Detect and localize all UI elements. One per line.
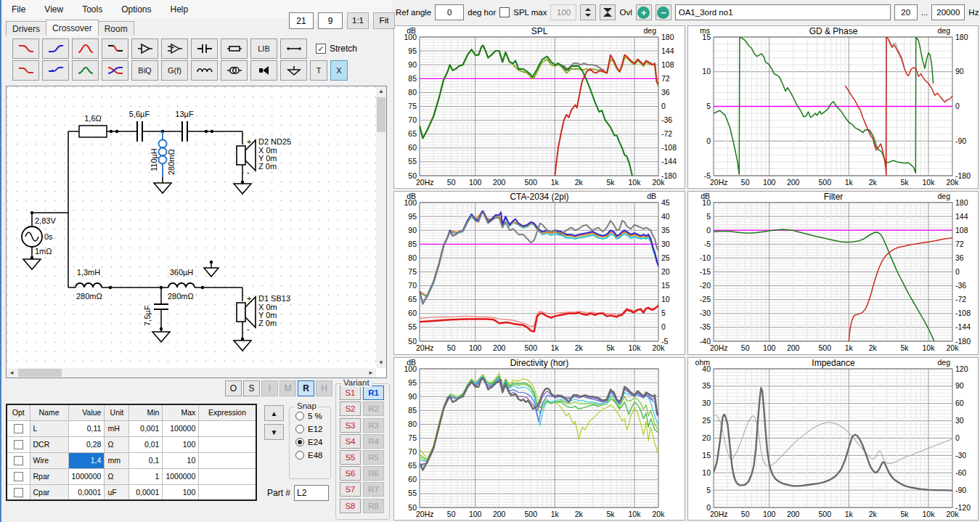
scroll-up-icon[interactable]: ▲ — [376, 86, 386, 97]
radio-icon[interactable] — [295, 425, 304, 433]
toolbar-button-t[interactable]: T — [310, 60, 327, 81]
scroll-right-icon[interactable]: ► — [366, 368, 376, 378]
min-cell[interactable]: 0,1 — [129, 452, 163, 468]
toolbar-button-crossover-curves[interactable] — [102, 60, 128, 81]
max-cell[interactable]: 100000 — [163, 420, 199, 436]
toolbar-button-x[interactable]: X — [330, 60, 348, 81]
snap-option-E48[interactable]: E48 — [295, 451, 330, 460]
toolbar-button-transformer[interactable] — [221, 60, 248, 81]
overlay-add-button[interactable]: + — [636, 4, 652, 20]
zoom-fit-button[interactable]: Fit — [373, 12, 395, 29]
scroll-left-icon[interactable]: ◄ — [7, 368, 17, 378]
min-cell[interactable]: 0,001 — [129, 420, 163, 436]
toolbar-button-speaker[interactable] — [250, 60, 277, 81]
max-cell[interactable]: 100 — [163, 436, 199, 452]
part-mode-r[interactable]: R — [298, 380, 314, 396]
expression-cell[interactable] — [199, 436, 256, 452]
variant-s5-button[interactable]: S5 — [340, 450, 361, 465]
stretch-checkbox[interactable]: ✓ — [316, 44, 326, 54]
part-mode-o[interactable]: O — [225, 380, 242, 396]
opt-checkbox[interactable] — [14, 472, 23, 481]
scrollbar-thumb[interactable] — [377, 97, 385, 132]
toolbar-button-peak-curve[interactable] — [72, 60, 99, 81]
overlay-remove-button[interactable]: − — [656, 4, 671, 20]
variant-r1-button[interactable]: R1 — [363, 386, 384, 400]
value-cell[interactable]: 0,28 — [68, 436, 105, 452]
schematic-canvas[interactable]: 1,6Ω 5,6µF 13µF — [7, 86, 376, 368]
toolbar-button-lowshelf-curve[interactable] — [12, 60, 39, 81]
max-cell[interactable]: 1000000 — [163, 468, 199, 484]
toolbar-button-bandpass-curve[interactable] — [72, 38, 99, 59]
opt-checkbox[interactable] — [14, 456, 23, 465]
canvas-height-input[interactable] — [318, 12, 343, 29]
toolbar-button-lowpass-curve[interactable] — [12, 38, 39, 59]
toolbar-button-lib[interactable]: LIB — [250, 38, 277, 59]
max-cell[interactable]: 100 — [163, 484, 199, 500]
voltage-source[interactable] — [22, 227, 42, 247]
opt-checkbox[interactable] — [14, 440, 23, 449]
radio-icon[interactable] — [295, 412, 304, 420]
value-cell[interactable]: 0,0001 — [68, 484, 105, 500]
toolbar-button-capacitor[interactable] — [191, 38, 218, 59]
part-mode-s[interactable]: S — [243, 380, 260, 396]
spl-max-checkbox[interactable] — [499, 7, 510, 17]
menu-item-view[interactable]: View — [44, 4, 63, 15]
freq-min-input[interactable] — [894, 4, 918, 20]
variant-s3-button[interactable]: S3 — [340, 418, 361, 433]
collapse-range-button[interactable] — [600, 4, 616, 20]
toolbar-button-amplifier[interactable] — [131, 38, 158, 59]
menu-item-help[interactable]: Help — [171, 4, 189, 15]
scrollbar-thumb[interactable] — [18, 369, 62, 377]
toolbar-button-ground[interactable] — [280, 60, 307, 81]
spl-max-spinner[interactable] — [580, 4, 596, 20]
freq-max-input[interactable] — [931, 4, 965, 20]
value-up-button[interactable]: ▲ — [264, 405, 284, 421]
toolbar-button-shelf-curve[interactable] — [102, 38, 128, 59]
snap-option-E12[interactable]: E12 — [295, 425, 330, 433]
menu-item-options[interactable]: Options — [121, 4, 151, 15]
expression-cell[interactable] — [199, 484, 256, 500]
expression-cell[interactable] — [199, 468, 256, 484]
value-cell[interactable]: 1000000 — [68, 468, 105, 484]
toolbar-button-resistor[interactable] — [221, 38, 248, 59]
zoom-1to1-button[interactable]: 1:1 — [347, 12, 369, 29]
menu-item-tools[interactable]: Tools — [82, 4, 102, 15]
variant-s7-button[interactable]: S7 — [340, 482, 361, 497]
value-down-button[interactable]: ▼ — [264, 424, 284, 440]
tab-room[interactable]: Room — [98, 21, 134, 36]
tab-crossover[interactable]: Crossover — [46, 20, 99, 36]
part-number-input[interactable] — [294, 485, 329, 501]
schematic-vertical-scrollbar[interactable]: ▲ ▼ — [376, 86, 386, 368]
toolbar-button-wire[interactable] — [280, 38, 307, 59]
variant-s6-button[interactable]: S6 — [340, 466, 361, 481]
value-cell[interactable]: 1,4 — [68, 452, 105, 468]
opt-checkbox[interactable] — [14, 424, 23, 433]
radio-icon[interactable] — [295, 438, 304, 446]
value-cell[interactable]: 0,11 — [68, 420, 105, 436]
opt-checkbox[interactable] — [14, 488, 23, 497]
resistor-r1[interactable] — [79, 126, 107, 137]
min-cell[interactable]: 0,0001 — [129, 484, 163, 500]
scroll-down-icon[interactable]: ▼ — [376, 358, 386, 368]
menu-item-file[interactable]: File — [12, 4, 25, 15]
min-cell[interactable]: 0,01 — [129, 436, 163, 452]
expression-cell[interactable] — [199, 420, 256, 436]
spl-max-input[interactable] — [550, 4, 576, 20]
max-cell[interactable]: 10 — [163, 452, 199, 468]
canvas-width-input[interactable] — [289, 12, 314, 29]
radio-icon[interactable] — [295, 451, 304, 460]
snap-option-E24[interactable]: E24 — [295, 438, 330, 446]
schematic-horizontal-scrollbar[interactable]: ◄ ► — [7, 368, 376, 378]
toolbar-button-opamp[interactable] — [161, 38, 188, 59]
min-cell[interactable]: 1 — [129, 468, 163, 484]
ref-angle-input[interactable] — [435, 4, 464, 20]
overlay-name-input[interactable] — [675, 4, 891, 20]
toolbar-button-allpass-curve[interactable] — [42, 60, 69, 81]
toolbar-button-gf[interactable]: G(f) — [161, 60, 188, 81]
variant-s1-button[interactable]: S1 — [340, 386, 361, 400]
variant-s2-button[interactable]: S2 — [340, 401, 361, 416]
toolbar-button-inductor[interactable] — [191, 60, 218, 81]
tab-drivers[interactable]: Drivers — [6, 21, 46, 36]
toolbar-button-highpass-curve[interactable] — [42, 38, 69, 59]
snap-option-5[interactable]: 5 % — [295, 412, 330, 420]
